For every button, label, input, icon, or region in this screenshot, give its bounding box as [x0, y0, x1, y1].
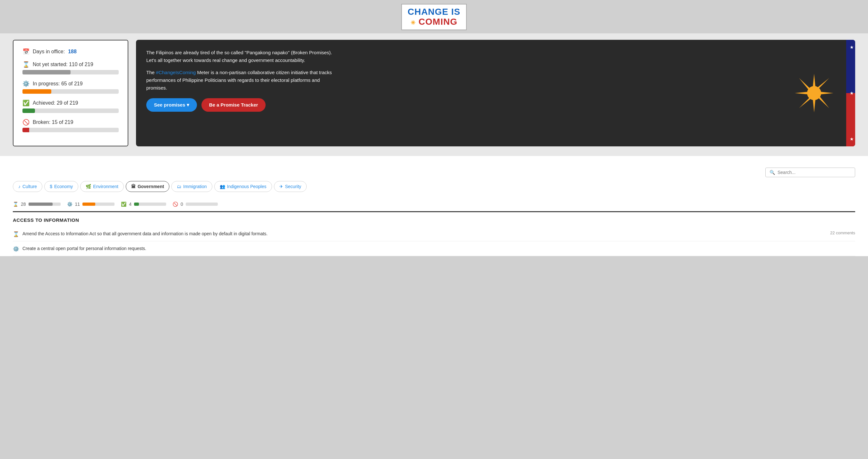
- logo-sun-icon: ✳: [411, 20, 416, 26]
- days-label: Days in office:: [33, 49, 65, 55]
- logo: CHANGE IS ✳ COMING: [408, 7, 461, 27]
- in-progress-label: In progress: 65 of 219: [33, 81, 83, 87]
- indigenous-label: Indigenous Peoples: [227, 184, 267, 189]
- indigenous-icon: 👥: [220, 184, 225, 189]
- culture-label: Culture: [23, 184, 37, 189]
- be-tracker-button[interactable]: Be a Promise Tracker: [202, 98, 266, 112]
- section-divider: [13, 211, 855, 212]
- tab-indigenous[interactable]: 👥 Indigenous Peoples: [214, 181, 272, 192]
- filter-broken-icon: 🚫: [173, 202, 178, 207]
- promise-text: Amend the Access to Information Act so t…: [23, 230, 827, 237]
- filter-in-progress: ⚙️ 11: [67, 202, 115, 207]
- filter-check-icon: ✅: [121, 202, 126, 207]
- category-tabs: ♪ Culture $ Economy 🌿 Environment 🏛 Gove…: [13, 181, 855, 192]
- sun-container: [791, 40, 846, 146]
- promise-item: ⌛ Amend the Access to Information Act so…: [13, 227, 855, 241]
- filter-broken: 🚫 0: [173, 202, 218, 207]
- logo-box: CHANGE IS ✳ COMING: [401, 4, 467, 30]
- broken-stat: 🚫 Broken: 15 of 219: [23, 119, 119, 132]
- promise-comments: 22 comments: [830, 230, 855, 235]
- filter-in-progress-bar: [83, 203, 95, 206]
- environment-icon: 🌿: [86, 184, 91, 189]
- not-started-fill: [23, 70, 70, 75]
- days-stat: 📅 Days in office: 188: [23, 48, 119, 55]
- info-buttons: See promises ▾ Be a Promise Tracker: [146, 98, 845, 112]
- filter-not-started: ⌛ 28: [13, 202, 61, 207]
- achieved-fill: [23, 109, 35, 113]
- achieved-label: Achieved: 29 of 219: [33, 100, 78, 106]
- star-mid-icon: ★: [850, 90, 854, 96]
- security-label: Security: [285, 184, 302, 189]
- see-promises-button[interactable]: See promises ▾: [146, 98, 197, 112]
- site-header: CHANGE IS ✳ COMING: [0, 0, 868, 33]
- logo-coming: COMING: [418, 17, 457, 27]
- tab-security[interactable]: ✈ Security: [274, 181, 307, 192]
- tab-culture[interactable]: ♪ Culture: [13, 181, 42, 192]
- logo-change: CHANGE IS: [408, 7, 461, 17]
- economy-label: Economy: [54, 184, 73, 189]
- not-started-stat: ⌛ Not yet started: 110 of 219: [23, 61, 119, 75]
- promise-item: ⚙️ Create a central open portal for pers…: [13, 241, 855, 256]
- info-paragraph-2: The #ChangeIsComing Meter is a non-parti…: [146, 69, 332, 92]
- search-input[interactable]: [778, 170, 851, 175]
- filter-achieved: ✅ 4: [121, 202, 166, 207]
- top-section: 📅 Days in office: 188 ⌛ Not yet started:…: [13, 40, 855, 146]
- filter-gear-icon: ⚙️: [67, 202, 72, 207]
- hourglass-icon: ⌛: [23, 61, 30, 68]
- star-bot-icon: ★: [850, 136, 854, 142]
- flag-stripes: ★ ★ ★: [846, 40, 855, 146]
- immigration-icon: 🗂: [177, 184, 181, 189]
- security-icon: ✈: [279, 184, 283, 189]
- tab-environment[interactable]: 🌿 Environment: [80, 181, 124, 192]
- tab-economy[interactable]: $ Economy: [44, 181, 78, 192]
- government-label: Government: [137, 184, 164, 189]
- search-box: 🔍: [765, 168, 855, 177]
- not-started-bar: [23, 70, 119, 75]
- filter-achieved-bar: [134, 203, 139, 206]
- broken-fill: [23, 128, 29, 132]
- calendar-icon: 📅: [23, 48, 30, 55]
- achieved-stat: ✅ Achieved: 29 of 219: [23, 99, 119, 113]
- promise-text: Create a central open portal for persona…: [23, 245, 852, 252]
- search-icon: 🔍: [770, 170, 775, 175]
- filter-achieved-count: 4: [129, 202, 131, 207]
- info-panel: The Filipinos are already tired of the s…: [136, 40, 855, 146]
- para2-pre: The: [146, 70, 156, 75]
- government-icon: 🏛: [131, 184, 136, 189]
- tab-government[interactable]: 🏛 Government: [126, 181, 169, 192]
- promise-status-icon: ⌛: [13, 231, 19, 237]
- filter-broken-count: 0: [181, 202, 183, 207]
- environment-label: Environment: [93, 184, 118, 189]
- section-header: ACCESS TO INFORMATION: [13, 217, 855, 223]
- days-value: 188: [68, 49, 77, 55]
- broken-bar: [23, 128, 119, 132]
- hashtag: #ChangeIsComing: [156, 70, 196, 75]
- tab-immigration[interactable]: 🗂 Immigration: [171, 181, 212, 192]
- info-paragraph-1: The Filipinos are already tired of the s…: [146, 49, 332, 64]
- broken-label: Broken: 15 of 219: [33, 119, 73, 125]
- immigration-label: Immigration: [183, 184, 207, 189]
- svg-point-17: [810, 89, 818, 97]
- filter-in-progress-count: 11: [75, 202, 80, 207]
- bottom-section: 🔍 ♪ Culture $ Economy 🌿 Environment 🏛 Go…: [0, 156, 868, 256]
- main-content: 📅 Days in office: 188 ⌛ Not yet started:…: [0, 33, 868, 156]
- search-container: 🔍: [13, 163, 855, 181]
- in-progress-bar: [23, 89, 119, 94]
- achieved-bar: [23, 109, 119, 113]
- not-started-label: Not yet started: 110 of 219: [33, 62, 93, 67]
- broken-icon: 🚫: [23, 119, 30, 126]
- filter-not-started-bar: [29, 203, 53, 206]
- flag-decoration: ★ ★ ★: [791, 40, 855, 146]
- philippine-sun-icon: [793, 72, 835, 114]
- filter-stats-bar: ⌛ 28 ⚙️ 11 ✅ 4 🚫 0: [13, 198, 855, 211]
- check-icon: ✅: [23, 99, 30, 107]
- promise-status-icon: ⚙️: [13, 246, 19, 252]
- filter-not-started-count: 28: [21, 202, 26, 207]
- gear-icon: ⚙️: [23, 80, 30, 87]
- in-progress-stat: ⚙️ In progress: 65 of 219: [23, 80, 119, 94]
- economy-icon: $: [50, 184, 52, 189]
- in-progress-fill: [23, 89, 51, 94]
- culture-icon: ♪: [18, 184, 21, 189]
- stats-panel: 📅 Days in office: 188 ⌛ Not yet started:…: [13, 40, 128, 146]
- star-top-icon: ★: [850, 45, 854, 50]
